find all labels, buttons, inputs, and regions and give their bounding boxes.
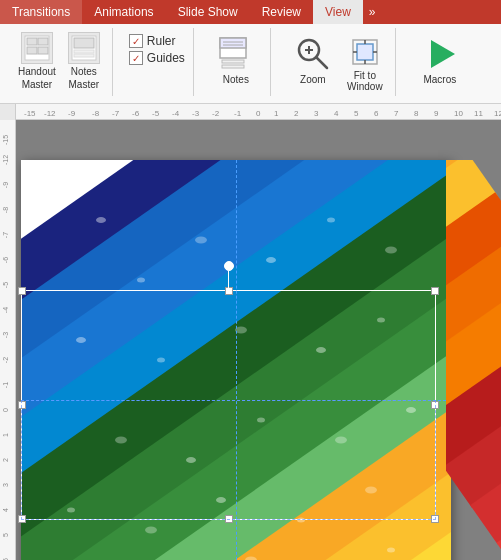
svg-point-105 [67, 508, 75, 513]
slide-canvas[interactable] [16, 120, 501, 560]
svg-text:8: 8 [414, 109, 419, 118]
svg-text:-9: -9 [68, 109, 76, 118]
svg-text:-9: -9 [2, 182, 9, 188]
ruler-checkbox[interactable]: ✓ [129, 34, 143, 48]
svg-text:9: 9 [434, 109, 439, 118]
svg-text:-4: -4 [2, 307, 9, 313]
svg-text:2: 2 [2, 458, 9, 462]
svg-text:3: 3 [314, 109, 319, 118]
tab-review[interactable]: Review [250, 0, 313, 24]
svg-point-93 [327, 218, 335, 223]
svg-rect-4 [38, 47, 48, 54]
tab-animations[interactable]: Animations [82, 0, 165, 24]
svg-text:12: 12 [494, 109, 501, 118]
svg-line-16 [316, 57, 327, 68]
svg-point-101 [186, 457, 196, 463]
svg-text:2: 2 [294, 109, 299, 118]
svg-point-97 [235, 327, 247, 334]
svg-rect-7 [74, 50, 94, 53]
svg-point-90 [137, 278, 145, 283]
svg-text:-7: -7 [112, 109, 120, 118]
tab-slideshow[interactable]: Slide Show [166, 0, 250, 24]
svg-text:-8: -8 [2, 207, 9, 213]
notes-btn-label: Notes [223, 74, 249, 85]
svg-rect-10 [220, 38, 246, 48]
fit-btn-label: Fit to [354, 70, 376, 81]
svg-text:0: 0 [256, 109, 261, 118]
fit-window-icon [347, 34, 383, 70]
svg-marker-25 [431, 40, 455, 68]
masters-buttons: Handout Master Notes Master [14, 28, 104, 96]
svg-text:-12: -12 [2, 155, 9, 165]
svg-point-89 [96, 217, 106, 223]
svg-point-95 [76, 337, 86, 343]
ruler-checkbox-row[interactable]: ✓ Ruler [129, 34, 185, 48]
ribbon-group-masters: Handout Master Notes Master [6, 28, 113, 96]
svg-text:-5: -5 [2, 282, 9, 288]
tab-more[interactable]: » [363, 0, 382, 24]
svg-text:3: 3 [2, 483, 9, 487]
svg-text:-3: -3 [2, 332, 9, 338]
fit-btn-label2: Window [347, 81, 383, 92]
main-content-area: -15 -12 -9 -8 -7 -6 -5 -4 -3 -2 -1 0 1 2… [0, 104, 501, 560]
notes-button[interactable]: Notes [210, 30, 262, 89]
handout-master-icon [21, 32, 53, 64]
fit-to-window-button[interactable]: Fit to Window [343, 30, 387, 96]
svg-point-109 [365, 487, 377, 494]
svg-text:-7: -7 [2, 232, 9, 238]
svg-point-103 [335, 437, 347, 444]
svg-text:-3: -3 [192, 109, 200, 118]
svg-text:-6: -6 [2, 257, 9, 263]
tab-view[interactable]: View [313, 0, 363, 24]
zoom-top: Zoom Fit to Window [287, 28, 387, 96]
notes-master-icon [68, 32, 100, 64]
tab-transitions[interactable]: Transitions [0, 0, 82, 24]
tab-bar: Transitions Animations Slide Show Review… [0, 0, 501, 24]
ruler-corner [0, 104, 16, 120]
notes-icon [216, 34, 256, 74]
notes-top: Notes [210, 28, 262, 96]
svg-point-92 [266, 257, 276, 263]
macros-icon [420, 34, 460, 74]
svg-rect-11 [222, 60, 244, 63]
svg-text:-6: -6 [132, 109, 140, 118]
slide-image-right [446, 160, 501, 560]
svg-text:-2: -2 [2, 357, 9, 363]
svg-text:0: 0 [2, 408, 9, 412]
svg-rect-3 [27, 47, 37, 54]
guides-label: Guides [147, 51, 185, 65]
powerpoint-window: Transitions Animations Slide Show Review… [0, 0, 501, 560]
zoom-button[interactable]: Zoom [287, 30, 339, 89]
notes-master-label: Notes [71, 66, 97, 77]
svg-point-106 [145, 527, 157, 534]
ribbon-group-show: ✓ Ruler ✓ Guides [121, 28, 194, 96]
svg-point-114 [387, 548, 395, 553]
svg-text:11: 11 [474, 109, 483, 118]
vertical-ruler: -15 -12 -9 -8 -7 -6 -5 -4 -3 -2 -1 0 1 2… [0, 120, 16, 560]
handout-master-button[interactable]: Handout Master [14, 30, 60, 92]
svg-text:1: 1 [274, 109, 279, 118]
svg-text:5: 5 [354, 109, 359, 118]
svg-point-94 [385, 247, 397, 254]
svg-point-91 [195, 237, 207, 244]
notes-master-button[interactable]: Notes Master [64, 30, 104, 92]
notes-master-label2: Master [69, 79, 100, 90]
guides-checkbox-row[interactable]: ✓ Guides [129, 51, 185, 65]
svg-rect-1 [27, 38, 37, 45]
show-checkboxes: ✓ Ruler ✓ Guides [129, 28, 185, 65]
slide-main [21, 160, 451, 560]
guides-checkbox[interactable]: ✓ [129, 51, 143, 65]
ribbon-panel: Handout Master Notes Master [0, 24, 501, 104]
macros-button[interactable]: Macros [412, 30, 468, 89]
zoom-btn-label: Zoom [300, 74, 326, 85]
ruler-h-scale: -15 -12 -9 -8 -7 -6 -5 -4 -3 -2 -1 0 1 2… [16, 104, 501, 119]
svg-text:-15: -15 [2, 135, 9, 145]
svg-text:7: 7 [394, 109, 399, 118]
svg-point-102 [257, 418, 265, 423]
svg-point-100 [115, 437, 127, 444]
ribbon-group-notes: Notes [202, 28, 271, 96]
horizontal-ruler: -15 -12 -9 -8 -7 -6 -5 -4 -3 -2 -1 0 1 2… [0, 104, 501, 120]
svg-point-96 [157, 358, 165, 363]
svg-rect-20 [357, 44, 373, 60]
svg-text:-1: -1 [234, 109, 242, 118]
